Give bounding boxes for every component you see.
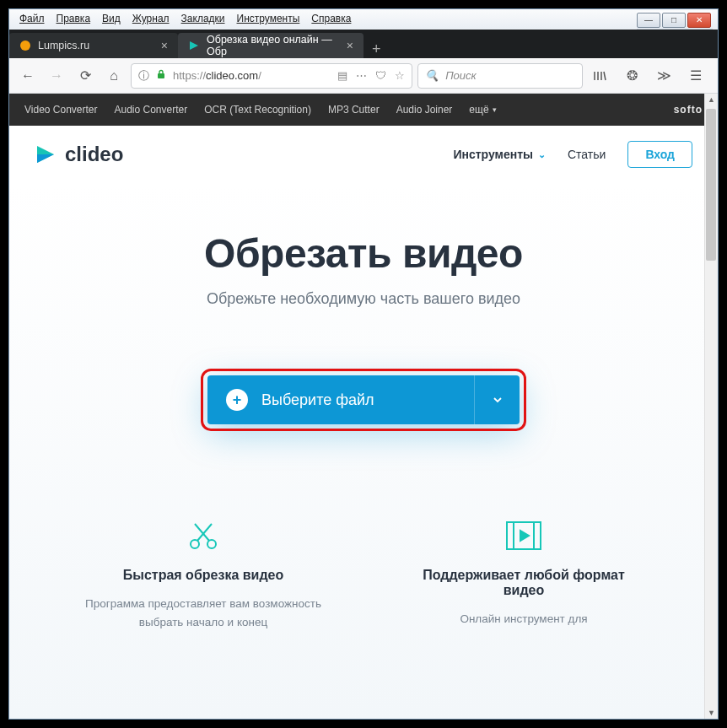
tab-title: Lumpics.ru: [38, 40, 89, 51]
menu-edit[interactable]: Правка: [51, 11, 96, 30]
vertical-scrollbar[interactable]: ▲ ▼: [704, 94, 718, 719]
window-maximize-button[interactable]: □: [662, 13, 686, 28]
nav-articles[interactable]: Статьи: [568, 148, 606, 161]
urlbar: ← → ⟳ ⌂ ⓘ https://clideo.com/ ▤ ⋯ 🛡 ☆ 🔍 …: [9, 58, 718, 94]
scroll-down-arrow-icon[interactable]: ▼: [705, 709, 718, 717]
scissors-icon: [85, 517, 321, 554]
nav-tools[interactable]: Инструменты ⌄: [453, 148, 546, 161]
softo-link[interactable]: OCR (Text Recognition): [204, 104, 311, 116]
favicon-clideo-icon: [188, 40, 200, 51]
feature-title: Быстрая обрезка видео: [85, 568, 321, 583]
tab-close-icon[interactable]: ×: [161, 39, 168, 52]
softo-link[interactable]: Audio Joiner: [396, 104, 453, 116]
tab-clideo[interactable]: Обрезка видео онлайн — Обр ×: [178, 33, 364, 58]
permissions-icon[interactable]: 🛡: [375, 69, 386, 82]
menu-tools[interactable]: Инструменты: [232, 11, 305, 30]
menu-file[interactable]: Файл: [14, 11, 50, 30]
svg-rect-2: [158, 73, 164, 78]
softo-link[interactable]: Audio Converter: [115, 104, 188, 116]
library-icon[interactable]: [588, 64, 611, 88]
softo-toolbar: Video Converter Audio Converter OCR (Tex…: [9, 94, 718, 126]
feature-card: Быстрая обрезка видео Программа предоста…: [85, 517, 321, 631]
new-tab-button[interactable]: +: [364, 40, 390, 58]
video-format-icon: [406, 517, 642, 554]
site-info-icon[interactable]: ⓘ: [138, 68, 149, 84]
clideo-logo-text: clideo: [65, 143, 123, 166]
back-button[interactable]: ←: [16, 64, 40, 88]
extensions-icon[interactable]: ❂: [620, 64, 644, 88]
login-button[interactable]: Вход: [627, 141, 692, 168]
tab-lumpics[interactable]: Lumpics.ru ×: [9, 33, 178, 58]
svg-marker-8: [37, 154, 54, 163]
menu-bookmarks[interactable]: Закладки: [176, 11, 230, 30]
chevron-down-icon: [492, 394, 504, 406]
softo-more-link[interactable]: ещё▾: [469, 104, 496, 116]
svg-line-6: [604, 72, 606, 80]
lock-icon: [156, 69, 166, 82]
svg-point-10: [207, 540, 216, 548]
menu-icon[interactable]: ☰: [684, 64, 708, 88]
features-row: Быстрая обрезка видео Программа предоста…: [9, 517, 718, 631]
plus-icon: +: [226, 389, 248, 411]
svg-point-9: [191, 540, 199, 548]
bookmark-star-icon[interactable]: ☆: [395, 69, 405, 82]
search-bar[interactable]: 🔍 Поиск: [417, 63, 583, 89]
choose-file-button[interactable]: + Выберите файл: [207, 375, 520, 424]
tabstrip: Lumpics.ru × Обрезка видео онлайн — Обр …: [9, 30, 718, 58]
feature-desc: Онлайн инструмент для: [406, 610, 642, 628]
svg-point-0: [20, 40, 30, 51]
chevron-down-icon: ⌄: [538, 149, 546, 160]
hero-subtitle: Обрежьте необходимую часть вашего видео: [9, 290, 718, 308]
page-content: Обрезать видео Обрежьте необходимую част…: [9, 183, 718, 719]
svg-line-12: [195, 524, 209, 541]
chevron-down-icon: ▾: [493, 105, 497, 114]
choose-file-label: Выберите файл: [261, 391, 374, 409]
feature-title: Поддерживает любой формат видео: [406, 568, 642, 598]
svg-marker-16: [520, 531, 529, 541]
tab-title: Обрезка видео онлайн — Обр: [207, 34, 340, 57]
address-bar[interactable]: ⓘ https://clideo.com/ ▤ ⋯ 🛡 ☆: [131, 63, 412, 89]
scroll-thumb[interactable]: [706, 109, 716, 261]
home-button[interactable]: ⌂: [102, 64, 126, 88]
menu-history[interactable]: Журнал: [127, 11, 175, 30]
menu-view[interactable]: Вид: [97, 11, 126, 30]
search-icon: 🔍: [425, 69, 439, 82]
forward-button[interactable]: →: [45, 64, 68, 88]
softo-link[interactable]: MP3 Cutter: [328, 104, 380, 116]
reload-button[interactable]: ⟳: [73, 64, 97, 88]
softo-logo: softo: [674, 104, 703, 116]
menubar: Файл Правка Вид Журнал Закладки Инструме…: [9, 9, 718, 30]
feature-desc: Программа предоставляет вам возможность …: [85, 595, 321, 631]
svg-line-11: [197, 524, 212, 541]
svg-marker-1: [190, 41, 198, 50]
page-actions-icon[interactable]: ⋯: [356, 69, 367, 82]
titlebar-spacer: — □ ✕: [637, 11, 713, 30]
site-header: clideo Инструменты ⌄ Статьи Вход: [9, 126, 718, 183]
choose-file-dropdown[interactable]: [474, 375, 520, 424]
sidebar-icon[interactable]: ≫: [652, 64, 676, 88]
favicon-orange-icon: [19, 40, 31, 51]
clideo-logo[interactable]: clideo: [35, 143, 123, 166]
window-close-button[interactable]: ✕: [687, 13, 711, 28]
scroll-up-arrow-icon[interactable]: ▲: [705, 95, 718, 104]
reader-mode-icon[interactable]: ▤: [337, 69, 347, 82]
softo-link[interactable]: Video Converter: [24, 104, 98, 116]
hero-title: Обрезать видео: [9, 230, 718, 277]
feature-card: Поддерживает любой формат видео Онлайн и…: [406, 517, 642, 631]
window-minimize-button[interactable]: —: [637, 13, 660, 28]
url-text: https://clideo.com/: [173, 69, 261, 82]
search-placeholder: Поиск: [445, 69, 477, 82]
menu-help[interactable]: Справка: [306, 11, 356, 30]
clideo-play-icon: [35, 143, 57, 165]
tab-close-icon[interactable]: ×: [347, 39, 353, 52]
